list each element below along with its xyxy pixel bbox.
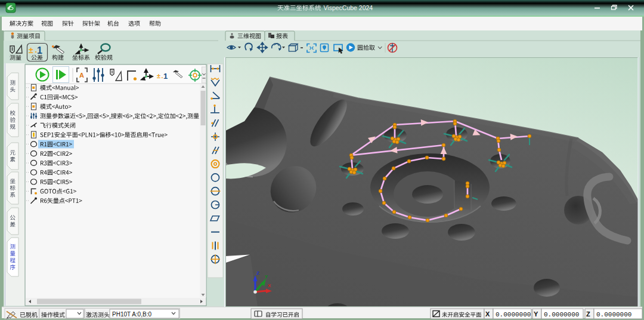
svg-text:Z: Z	[256, 270, 259, 276]
svg-text:PH10T A:0,B:0: PH10T A:0,B:0	[112, 311, 151, 318]
svg-text:0.0000000: 0.0000000	[544, 311, 579, 318]
svg-text:X: X	[485, 310, 490, 318]
svg-text:0.0000000: 0.0000000	[496, 311, 531, 318]
svg-text:±: ±	[29, 45, 33, 55]
svg-text:1: 1	[37, 45, 42, 56]
svg-text:Y: Y	[534, 310, 538, 318]
svg-text:1: 1	[163, 72, 168, 81]
svg-text:Y: Y	[265, 274, 268, 279]
svg-text:±: ±	[157, 72, 160, 79]
svg-text:X: X	[268, 283, 271, 288]
svg-text:VispecCube 2024: VispecCube 2024	[324, 4, 373, 11]
svg-text:0.0000000: 0.0000000	[596, 311, 631, 318]
svg-text:A: A	[79, 72, 84, 79]
svg-text:Z: Z	[586, 310, 590, 318]
